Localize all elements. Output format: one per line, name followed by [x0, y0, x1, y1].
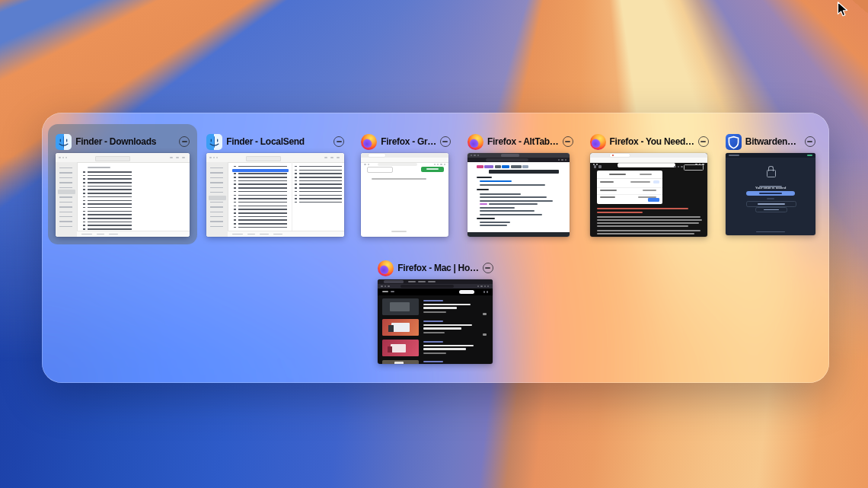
- window-thumbnail-firefox-mac[interactable]: [378, 279, 493, 364]
- desktop: { "app_switcher": { "rows": [ { "items":…: [0, 0, 868, 488]
- window-item-header: Finder - Downloads: [56, 133, 190, 150]
- window-item-header: Firefox - Mac | Ho…: [378, 260, 493, 276]
- firefox-app-icon: [590, 134, 606, 150]
- card-primary-button: [648, 198, 659, 202]
- hide-window-icon[interactable]: [440, 136, 451, 147]
- window-title: Firefox - You Need…: [610, 136, 694, 147]
- window-title: Bitwarden…: [745, 136, 801, 147]
- hide-window-icon[interactable]: [483, 263, 493, 273]
- article-image: [382, 319, 419, 336]
- hide-window-icon[interactable]: [179, 136, 190, 147]
- window-thumbnail-firefox-youneed[interactable]: [590, 153, 707, 237]
- window-item-header: Firefox - You Need…: [590, 133, 709, 150]
- finder-sidebar: [56, 162, 78, 237]
- tertiary-button: [755, 207, 787, 212]
- window-switcher-panel: Finder - Downloads: [42, 113, 829, 383]
- browser-toolbar: [361, 158, 448, 164]
- window-item-header: Firefox - AltTab…: [468, 133, 573, 150]
- window-item-firefox-mac[interactable]: Firefox - Mac | Ho…: [370, 250, 500, 372]
- finder-app-icon: [56, 134, 72, 150]
- finder-file-list-col2: [299, 166, 342, 206]
- window-item-firefox-gr[interactable]: Firefox - Gr…: [353, 124, 458, 244]
- window-thumbnail-bitwarden[interactable]: Your vault is locked: [726, 153, 815, 235]
- finder-statusbar: [228, 231, 344, 237]
- switcher-row-1: Finder - Downloads: [42, 124, 829, 244]
- window-item-bitwarden[interactable]: Bitwarden… Your vault is locked: [718, 124, 823, 244]
- unlock-button: [746, 191, 795, 196]
- window-thumbnail-firefox-alttab[interactable]: [468, 153, 570, 237]
- firefox-app-icon: [468, 134, 483, 150]
- window-item-finder-downloads[interactable]: Finder - Downloads: [48, 124, 197, 244]
- window-title: Finder - Downloads: [75, 136, 175, 147]
- page-search-field: [367, 167, 393, 173]
- browser-toolbar: [468, 158, 570, 163]
- article-image: [382, 340, 419, 356]
- subscribe-button: [459, 290, 474, 294]
- finder-file-icons: [83, 171, 85, 237]
- hide-window-icon[interactable]: [805, 136, 815, 147]
- page-button-outline: [684, 164, 704, 171]
- window-title: Firefox - Mac | Ho…: [397, 263, 478, 273]
- site-header: [378, 289, 493, 295]
- app-titlebar: [726, 153, 815, 158]
- hide-window-icon[interactable]: [698, 136, 709, 147]
- finder-file-list-col1: [238, 166, 287, 237]
- firefox-app-icon: [378, 260, 394, 276]
- window-item-header: Bitwarden…: [726, 133, 815, 150]
- finder-sidebar: [206, 162, 228, 237]
- window-thumbnail-firefox-gr[interactable]: [361, 153, 448, 237]
- article-image: [382, 360, 419, 364]
- browser-toolbar: [590, 158, 707, 164]
- settings-card: [597, 171, 662, 204]
- switcher-row-2: Firefox - Mac | Ho…: [42, 250, 829, 372]
- finder-statusbar: [77, 231, 190, 237]
- sync-status-badge: [807, 155, 812, 157]
- finder-app-icon: [206, 134, 222, 150]
- readme-badges: [477, 165, 529, 168]
- window-title: Finder - LocalSend: [226, 136, 330, 147]
- window-thumbnail-finder-localsend[interactable]: [206, 153, 344, 237]
- hide-window-icon[interactable]: [563, 136, 573, 147]
- page-footer: [468, 232, 570, 237]
- window-title: Firefox - AltTab…: [487, 136, 559, 147]
- firefox-app-icon: [361, 134, 377, 150]
- window-item-header: Firefox - Gr…: [361, 133, 451, 150]
- finder-selected-row: [232, 169, 289, 172]
- window-title: Firefox - Gr…: [381, 136, 436, 147]
- window-item-finder-localsend[interactable]: Finder - LocalSend: [199, 124, 352, 244]
- secondary-button: [746, 201, 796, 207]
- finder-file-list: [88, 171, 132, 237]
- green-action-button: [421, 167, 444, 172]
- window-item-header: Finder - LocalSend: [206, 133, 344, 150]
- window-item-firefox-youneed[interactable]: Firefox - You Need…: [582, 124, 716, 244]
- hide-window-icon[interactable]: [333, 136, 344, 147]
- window-item-firefox-alttab[interactable]: Firefox - AltTab…: [460, 124, 581, 244]
- bitwarden-app-icon: [726, 134, 742, 150]
- window-thumbnail-finder-downloads[interactable]: [56, 153, 190, 237]
- article-image: [382, 298, 419, 315]
